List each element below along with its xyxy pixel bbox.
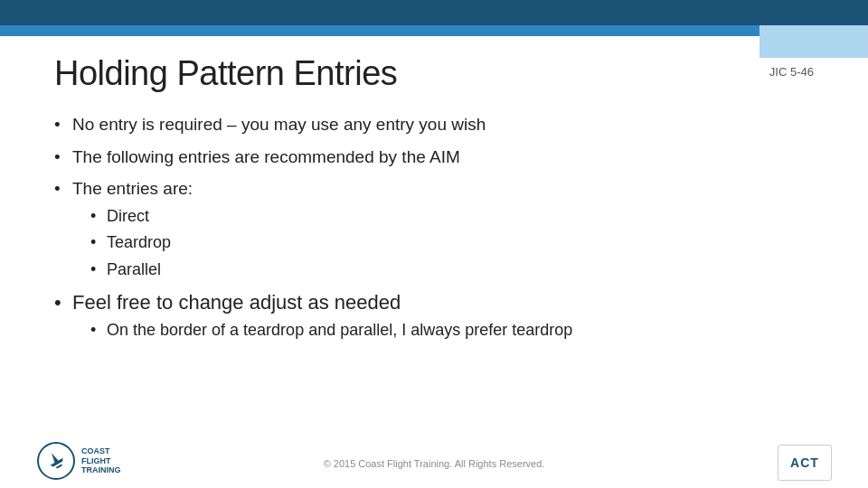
- act-logo: ACT: [778, 445, 832, 481]
- entry-direct: Direct: [90, 206, 814, 227]
- copyright-text: © 2015 Coast Flight Training. All Rights…: [324, 458, 545, 469]
- entry-parallel: Parallel: [90, 259, 814, 280]
- bullet-2: The following entries are recommended by…: [54, 145, 814, 169]
- slide-title: Holding Pattern Entries: [54, 54, 397, 93]
- header-bar-accent: [0, 25, 760, 36]
- bullet-1: No entry is required – you may use any e…: [54, 113, 814, 136]
- entry-teardrop: Teardrop: [90, 232, 814, 253]
- act-logo-text: ACT: [790, 455, 819, 470]
- coast-flight-text: Coast Flight Training: [81, 446, 121, 475]
- main-bullets: No entry is required – you may use any e…: [54, 113, 814, 341]
- entries-sub-bullets: Direct Teardrop Parallel: [90, 206, 814, 280]
- footer: © 2015 Coast Flight Training. All Rights…: [0, 438, 868, 488]
- coast-flight-icon: [36, 441, 76, 481]
- jic-badge: JIC 5-46: [769, 65, 814, 79]
- bullet-3: The entries are: Direct Teardrop Paralle…: [54, 177, 814, 280]
- header-bar-top: [0, 0, 868, 25]
- coast-flight-logo: Coast Flight Training: [36, 441, 121, 481]
- slide-content: Holding Pattern Entries JIC 5-46 No entr…: [54, 54, 814, 434]
- title-row: Holding Pattern Entries JIC 5-46: [54, 54, 814, 93]
- header-corner-accent: [760, 25, 868, 58]
- feel-free-sub-bullets: On the border of a teardrop and parallel…: [90, 320, 814, 341]
- bullet-4: Feel free to change adjust as needed On …: [54, 289, 814, 341]
- prefer-teardrop-note: On the border of a teardrop and parallel…: [90, 320, 814, 341]
